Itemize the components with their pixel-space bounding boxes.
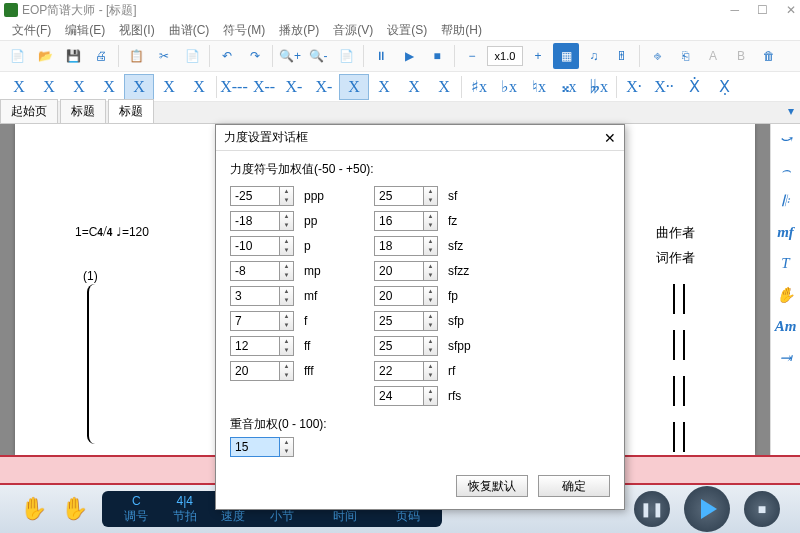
dyn-fz-input[interactable]	[374, 211, 424, 231]
note-xd4[interactable]: X-	[309, 74, 339, 100]
panel1-icon[interactable]: ▦	[553, 43, 579, 69]
zoom-field[interactable]	[487, 46, 523, 66]
right-hand-icon[interactable]: ✋	[61, 496, 88, 522]
minus-icon[interactable]: −	[459, 43, 485, 69]
dyn-sfzz-spinner[interactable]: ▲▼	[424, 261, 438, 281]
pause-icon[interactable]: ⏸	[368, 43, 394, 69]
dyn-sf-input[interactable]	[374, 186, 424, 206]
dyn-fz-spinner[interactable]: ▲▼	[424, 211, 438, 231]
menu-edit[interactable]: 编辑(E)	[59, 22, 111, 39]
mixer-icon[interactable]: 🎚	[609, 43, 635, 69]
tab-title2[interactable]: 标题	[108, 99, 154, 123]
note-x2[interactable]: X	[34, 74, 64, 100]
dyn-f-spinner[interactable]: ▲▼	[280, 311, 294, 331]
tab-start[interactable]: 起始页	[0, 99, 58, 123]
dyn-p-input[interactable]	[230, 236, 280, 256]
menu-play[interactable]: 播放(P)	[273, 22, 325, 39]
text-a-icon[interactable]: A	[700, 43, 726, 69]
dyn-sfp-input[interactable]	[374, 311, 424, 331]
dyn-sf-spinner[interactable]: ▲▼	[424, 186, 438, 206]
tool-tie-icon[interactable]: ⤻	[779, 130, 792, 148]
redo-icon[interactable]: ↷	[242, 43, 268, 69]
note-xd3[interactable]: X-	[279, 74, 309, 100]
note-xd7[interactable]: X	[399, 74, 429, 100]
menu-score[interactable]: 曲谱(C)	[163, 22, 216, 39]
transport-pause-button[interactable]: ❚❚	[634, 491, 670, 527]
transport-play-button[interactable]	[684, 486, 730, 532]
note-xd1[interactable]: X---	[219, 74, 249, 100]
dot-1[interactable]: X·	[619, 74, 649, 100]
dyn-sfz-spinner[interactable]: ▲▼	[424, 236, 438, 256]
note-x1[interactable]: X	[4, 74, 34, 100]
dyn-ppp-spinner[interactable]: ▲▼	[280, 186, 294, 206]
tool-indent-icon[interactable]: ⇥	[779, 349, 792, 367]
accidental-2[interactable]: ♭x	[494, 74, 524, 100]
delete-icon[interactable]: 🗑	[756, 43, 782, 69]
dyn-mf-input[interactable]	[230, 286, 280, 306]
tool-a-icon[interactable]: ⎆	[644, 43, 670, 69]
note-xd6[interactable]: X	[369, 74, 399, 100]
dyn-mp-input[interactable]	[230, 261, 280, 281]
menu-file[interactable]: 文件(F)	[6, 22, 57, 39]
page-icon[interactable]: 📄	[333, 43, 359, 69]
note-x6[interactable]: X	[154, 74, 184, 100]
dyn-sfpp-input[interactable]	[374, 336, 424, 356]
minimize-button[interactable]: ─	[730, 3, 739, 17]
open-icon[interactable]: 📂	[32, 43, 58, 69]
accidental-4[interactable]: 𝄪x	[554, 74, 584, 100]
dot-2[interactable]: X··	[649, 74, 679, 100]
dialog-close-icon[interactable]: ✕	[604, 130, 616, 146]
dyn-sfz-input[interactable]	[374, 236, 424, 256]
menu-sound[interactable]: 音源(V)	[327, 22, 379, 39]
menu-help[interactable]: 帮助(H)	[435, 22, 488, 39]
dyn-fff-spinner[interactable]: ▲▼	[280, 361, 294, 381]
zoomin-icon[interactable]: 🔍+	[277, 43, 303, 69]
note-x7[interactable]: X	[184, 74, 214, 100]
tool-dynamics-icon[interactable]: mf	[777, 224, 794, 241]
tool-chord-icon[interactable]: Am	[775, 318, 797, 335]
dyn-rf-spinner[interactable]: ▲▼	[424, 361, 438, 381]
dyn-f-input[interactable]	[230, 311, 280, 331]
note-x5[interactable]: X	[124, 74, 154, 100]
save-icon[interactable]: 💾	[60, 43, 86, 69]
dyn-sfzz-input[interactable]	[374, 261, 424, 281]
accidental-1[interactable]: ♯x	[464, 74, 494, 100]
left-hand-icon[interactable]: ✋	[20, 496, 47, 522]
note-x4[interactable]: X	[94, 74, 124, 100]
play-icon[interactable]: ▶	[396, 43, 422, 69]
eq-icon[interactable]: ♫	[581, 43, 607, 69]
transport-stop-button[interactable]: ■	[744, 491, 780, 527]
dyn-ff-input[interactable]	[230, 336, 280, 356]
close-button[interactable]: ✕	[786, 3, 796, 17]
paste-icon[interactable]: 📄	[179, 43, 205, 69]
tab-title1[interactable]: 标题	[60, 99, 106, 123]
octave-up[interactable]: Ẋ	[679, 74, 709, 100]
stop-icon[interactable]: ■	[424, 43, 450, 69]
dyn-pp-spinner[interactable]: ▲▼	[280, 211, 294, 231]
zoomout-icon[interactable]: 🔍-	[305, 43, 331, 69]
dyn-rfs-input[interactable]	[374, 386, 424, 406]
text-b-icon[interactable]: B	[728, 43, 754, 69]
dyn-ppp-input[interactable]	[230, 186, 280, 206]
tabs-dropdown-icon[interactable]: ▾	[788, 104, 794, 118]
ok-button[interactable]: 确定	[538, 475, 610, 497]
dyn-ff-spinner[interactable]: ▲▼	[280, 336, 294, 356]
dyn-mf-spinner[interactable]: ▲▼	[280, 286, 294, 306]
dyn-mp-spinner[interactable]: ▲▼	[280, 261, 294, 281]
dyn-fp-spinner[interactable]: ▲▼	[424, 286, 438, 306]
accidental-3[interactable]: ♮x	[524, 74, 554, 100]
maximize-button[interactable]: ☐	[757, 3, 768, 17]
note-xd5[interactable]: X	[339, 74, 369, 100]
heavy-spinner[interactable]: ▲▼	[280, 437, 294, 457]
menu-view[interactable]: 视图(I)	[113, 22, 160, 39]
dyn-sfp-spinner[interactable]: ▲▼	[424, 311, 438, 331]
heavy-input[interactable]	[230, 437, 280, 457]
dyn-rf-input[interactable]	[374, 361, 424, 381]
note-xd8[interactable]: X	[429, 74, 459, 100]
tool-b-icon[interactable]: ⎗	[672, 43, 698, 69]
dyn-fp-input[interactable]	[374, 286, 424, 306]
cut-icon[interactable]: ✂	[151, 43, 177, 69]
menu-settings[interactable]: 设置(S)	[381, 22, 433, 39]
tool-text-icon[interactable]: T	[781, 255, 789, 272]
tool-slur-icon[interactable]: ⌢	[781, 162, 791, 179]
